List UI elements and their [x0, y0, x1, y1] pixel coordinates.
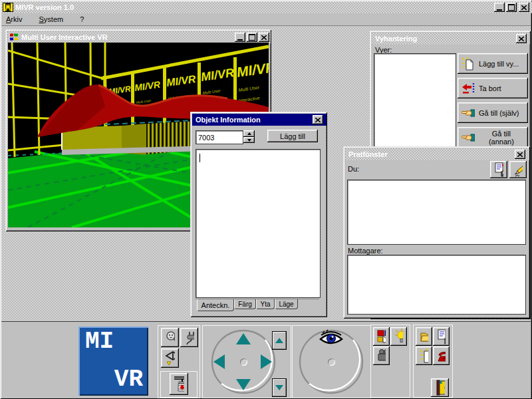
- save-chat-icon: [494, 162, 503, 177]
- up-arrow-icon: [275, 338, 283, 343]
- logo-line2: VR: [114, 366, 143, 393]
- toolbar: MI VR: [1, 321, 531, 398]
- mivr-main-window: MIVR version 1.0 Arkiv System ? Multi Us…: [0, 0, 532, 399]
- object-note-textarea[interactable]: [196, 149, 321, 298]
- look-pad-knob[interactable]: [328, 358, 335, 366]
- recipient-textarea[interactable]: [347, 255, 526, 315]
- object-id-field-wrap: [196, 130, 243, 144]
- land-frame: [160, 371, 198, 398]
- new-file-icon: [420, 348, 428, 363]
- pad-up-arrow[interactable]: [236, 333, 251, 344]
- vyhantering-close-button[interactable]: [516, 34, 527, 43]
- magnifier-user-icon: [165, 331, 175, 345]
- you-textarea[interactable]: [347, 180, 526, 245]
- menu-help[interactable]: ?: [75, 14, 88, 25]
- remove-view-icon: [462, 82, 475, 94]
- vyhantering-title: Vyhantering: [373, 35, 417, 43]
- vr-window-icon: [9, 33, 19, 42]
- export-save-icon: [437, 329, 446, 344]
- texture-icon: [377, 330, 386, 344]
- land-button[interactable]: [170, 373, 188, 395]
- go-hand-icon: [462, 132, 475, 143]
- media-panel: [370, 325, 410, 398]
- open-folder-icon: [420, 330, 428, 343]
- file-panel: [413, 325, 453, 398]
- scroll-down-button[interactable]: [272, 378, 287, 397]
- pratfonster-titlebar: Pratfönster: [345, 148, 529, 160]
- vr-close-button[interactable]: [259, 33, 269, 42]
- close-icon: [315, 118, 321, 122]
- lightbulb-button[interactable]: [390, 327, 407, 346]
- pratfonster-close-button[interactable]: [515, 150, 525, 159]
- add-object-button[interactable]: Lägg till: [267, 130, 318, 142]
- mivr-logo-button[interactable]: MI VR: [78, 327, 148, 396]
- text-caret: [200, 154, 200, 162]
- phone-icon: [437, 349, 446, 362]
- objekt-info-close-button[interactable]: [313, 115, 323, 124]
- goto-other-button[interactable]: Gå till (annan): [458, 127, 528, 148]
- lightbulb-icon: [394, 329, 403, 344]
- spin-down-icon: [247, 139, 251, 142]
- objekt-info-titlebar: Objekt Information: [192, 114, 327, 126]
- add-view-button[interactable]: Lägg till vy...: [458, 53, 528, 74]
- minimize-icon: [497, 9, 502, 11]
- remove-view-button[interactable]: Ta bort: [458, 78, 528, 98]
- exit-button[interactable]: [431, 378, 449, 397]
- open-folder-button[interactable]: [416, 327, 432, 346]
- menu-arkiv[interactable]: Arkiv: [1, 14, 27, 25]
- vr-minimize-button[interactable]: [235, 33, 245, 42]
- phone-button[interactable]: [433, 346, 450, 365]
- clear-chat-button[interactable]: [509, 161, 527, 178]
- new-view-icon: [462, 57, 475, 70]
- clear-chat-icon: [513, 162, 523, 177]
- maximize-button[interactable]: [506, 3, 517, 12]
- tab-lage[interactable]: Läge: [275, 299, 298, 309]
- close-icon: [519, 37, 524, 41]
- goto-self-button[interactable]: Gå till (själv): [458, 102, 528, 123]
- close-button[interactable]: [519, 3, 529, 12]
- menu-system[interactable]: System: [35, 14, 68, 25]
- pad-right-arrow[interactable]: [261, 354, 272, 369]
- texture-button[interactable]: [373, 327, 390, 346]
- move-pad-panel: [202, 325, 291, 398]
- objekt-info-title: Objekt Information: [194, 116, 261, 124]
- find-user-button[interactable]: [161, 328, 179, 347]
- pad-down-arrow[interactable]: [236, 379, 251, 390]
- camera-button[interactable]: [373, 346, 390, 365]
- pratfonster-title: Pratfönster: [346, 150, 388, 158]
- tools-panel: [158, 325, 200, 398]
- vr-titlebar: Multi User Interactive VR: [7, 31, 271, 43]
- recipient-label: Mottagare:: [348, 247, 383, 255]
- minimize-icon: [237, 39, 243, 41]
- export-save-button[interactable]: [433, 327, 450, 346]
- save-chat-button[interactable]: [490, 161, 507, 178]
- viewpoint-button[interactable]: [161, 348, 179, 368]
- tab-yta[interactable]: Yta: [256, 299, 275, 309]
- tab-farg[interactable]: Färg: [234, 299, 256, 309]
- app-icon: [3, 3, 13, 12]
- maximize-icon: [249, 34, 255, 41]
- object-id-spin-down[interactable]: [243, 137, 255, 143]
- main-titlebar: MIVR version 1.0: [1, 1, 532, 13]
- new-file-button[interactable]: [416, 346, 432, 365]
- pratfonster-window: Pratfönster Du: Mottag: [343, 146, 530, 319]
- pad-left-arrow[interactable]: [213, 354, 225, 369]
- close-icon: [261, 35, 267, 40]
- spin-up-icon: [247, 132, 251, 135]
- scroll-up-button[interactable]: [272, 331, 287, 350]
- vr-maximize-button[interactable]: [247, 33, 257, 42]
- disconnect-button[interactable]: [180, 328, 198, 347]
- object-id-input[interactable]: [196, 131, 243, 144]
- objekt-information-window: Objekt Information Lägg till Anteckn. Fä…: [190, 112, 327, 317]
- object-id-spin-up[interactable]: [243, 130, 255, 137]
- minimize-button[interactable]: [494, 3, 505, 12]
- close-icon: [521, 5, 527, 10]
- plug-icon: [184, 331, 194, 345]
- tab-anteckn[interactable]: Anteckn.: [197, 299, 234, 311]
- go-hand-icon: [462, 108, 475, 118]
- move-pad-knob[interactable]: [240, 358, 247, 366]
- vr-window-title: Multi User Interactive VR: [21, 33, 108, 41]
- you-label: Du:: [348, 165, 359, 173]
- camera-icon: [377, 348, 386, 363]
- maximize-icon: [508, 4, 515, 11]
